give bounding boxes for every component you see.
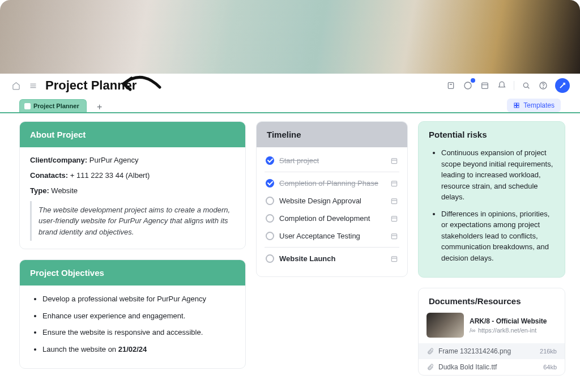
tab-doc-icon (24, 103, 31, 109)
documents-card: Documents/Resources ARK/8 - Official Web… (418, 288, 565, 376)
svg-point-11 (543, 87, 544, 88)
risk-item: Differences in opinions, priorities, or … (441, 208, 555, 264)
file-name: Dudka Bold Italic.ttf (438, 363, 497, 371)
svg-rect-14 (514, 106, 517, 108)
timeline-label: Completion of Planning Phase (279, 179, 385, 188)
svg-point-5 (464, 82, 471, 89)
help-icon[interactable] (538, 80, 548, 91)
document-link[interactable]: ARK/8 - Official Website /∞ https://ark8… (427, 313, 557, 338)
risks-card: Potential risks Continuous expansion of … (418, 121, 565, 278)
check-done-icon[interactable] (266, 156, 274, 165)
templates-label: Templates (523, 101, 555, 109)
timeline-label: Start project (279, 156, 385, 165)
objectives-card: Project Objectives Develop a professiona… (19, 259, 246, 369)
document-title: ARK/8 - Official Website (470, 317, 547, 325)
calendar-icon[interactable] (390, 255, 398, 263)
file-size: 64kb (543, 364, 557, 370)
svg-rect-13 (517, 103, 519, 105)
risks-header: Potential risks (419, 122, 565, 147)
svg-rect-26 (391, 256, 396, 261)
svg-rect-6 (482, 83, 488, 88)
risks-list: Continuous expansion of project scope be… (429, 147, 555, 263)
svg-rect-3 (448, 83, 453, 89)
check-empty-icon[interactable] (266, 197, 274, 205)
documents-header: Documents/Resources (419, 288, 565, 309)
calendar-icon[interactable] (390, 180, 398, 188)
objectives-header: Project Objectives (20, 260, 245, 286)
calendar-icon[interactable] (390, 157, 398, 165)
search-icon[interactable] (521, 80, 531, 91)
risk-item: Continuous expansion of project scope be… (441, 147, 555, 203)
home-icon[interactable] (10, 80, 22, 91)
svg-rect-16 (391, 158, 396, 163)
updates-icon[interactable] (463, 80, 473, 91)
document-url: /∞ https://ark8.net/en-int (470, 327, 547, 334)
tab-project-planner[interactable]: Project Planner (19, 99, 87, 112)
calendar-icon[interactable] (390, 232, 398, 240)
objective-item: Develop a professional website for PurPu… (42, 293, 235, 305)
about-project-header: About Project (20, 122, 245, 147)
svg-rect-20 (391, 198, 396, 203)
timeline-label: Website Launch (279, 254, 385, 263)
calendar-icon[interactable] (480, 80, 490, 91)
templates-button[interactable]: Templates (507, 99, 561, 112)
file-name: Frame 1321314246.png (438, 347, 511, 355)
calendar-icon[interactable] (390, 215, 398, 223)
bell-icon[interactable] (497, 80, 507, 91)
timeline-label: Completion of Development (279, 214, 385, 223)
svg-point-8 (523, 83, 528, 87)
timeline-item[interactable]: Website Design Approval (265, 192, 399, 210)
svg-line-9 (527, 87, 529, 88)
svg-rect-24 (391, 233, 396, 238)
svg-rect-15 (517, 106, 519, 108)
tab-label: Project Planner (33, 103, 79, 109)
board: About Project Client/company: PurPur Age… (0, 113, 580, 387)
add-tab-button[interactable]: + (95, 102, 105, 112)
svg-rect-12 (514, 103, 517, 105)
topbar: Project Planner (0, 74, 580, 93)
timeline-label: User Acceptance Testing (279, 232, 385, 240)
timeline-item[interactable]: Website Launch (265, 250, 399, 267)
timeline-item[interactable]: Start project (265, 152, 399, 169)
menu-icon[interactable] (27, 80, 39, 91)
tabs-row: Project Planner + Templates (0, 93, 580, 113)
timeline-item[interactable]: Completion of Development (265, 210, 399, 227)
timeline-card: Timeline Start project Completion of Pla… (256, 121, 408, 277)
file-size: 216kb (540, 348, 557, 355)
check-empty-icon[interactable] (266, 214, 274, 223)
svg-rect-22 (391, 216, 396, 221)
calendar-icon[interactable] (390, 197, 398, 205)
about-project-card: About Project Client/company: PurPur Age… (19, 121, 246, 249)
check-empty-icon[interactable] (266, 232, 274, 240)
note-icon[interactable] (446, 80, 456, 91)
divider (514, 81, 514, 90)
timeline-item[interactable]: Completion of Planning Phase (265, 174, 399, 192)
topbar-actions (446, 78, 570, 93)
hero-banner (0, 0, 580, 74)
timeline-header: Timeline (257, 122, 407, 147)
link-icon: /∞ (470, 327, 476, 334)
objective-item: Launch the website on 21/02/24 (42, 344, 235, 355)
document-thumbnail (427, 313, 464, 338)
paperclip-icon (427, 348, 434, 355)
objective-item: Enhance user experience and engagement. (42, 310, 235, 322)
paperclip-icon (427, 364, 434, 371)
svg-rect-18 (391, 181, 396, 186)
timeline-item[interactable]: User Acceptance Testing (265, 227, 399, 245)
check-empty-icon[interactable] (266, 254, 274, 263)
document-file-row[interactable]: Frame 1321314246.png 216kb (419, 343, 565, 359)
objective-item: Ensure the website is responsive and acc… (42, 327, 235, 338)
about-description: The website development project aims to … (30, 201, 235, 241)
document-file-row[interactable]: Dudka Bold Italic.ttf 64kb (419, 359, 565, 375)
quick-action-button[interactable] (555, 78, 570, 93)
check-done-icon[interactable] (266, 179, 274, 188)
objectives-list: Develop a professional website for PurPu… (30, 293, 235, 355)
timeline-label: Website Design Approval (279, 197, 385, 205)
